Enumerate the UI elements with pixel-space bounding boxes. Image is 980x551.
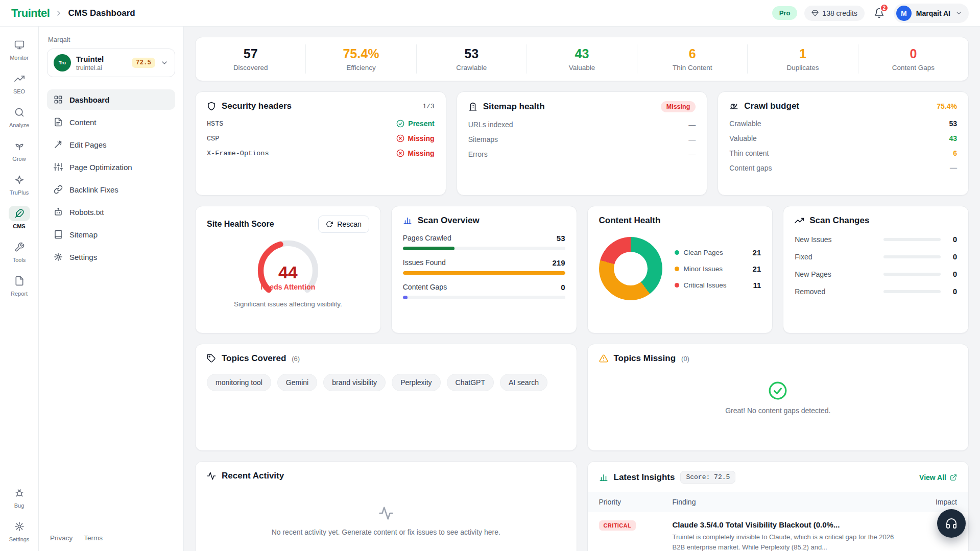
security-headers-card: Security headers 1/3 HSTS Present CSP bbox=[195, 91, 446, 196]
privacy-link[interactable]: Privacy bbox=[50, 534, 73, 542]
workspace-name: Truintel bbox=[76, 55, 127, 63]
bug-icon bbox=[9, 485, 30, 500]
building-icon bbox=[468, 102, 477, 111]
monitor-icon bbox=[9, 37, 30, 53]
rail-label: Report bbox=[11, 291, 28, 297]
stat-valuable: 43Valuable bbox=[527, 44, 637, 74]
rail-item-grow[interactable]: Grow bbox=[3, 135, 36, 165]
feather-icon bbox=[9, 206, 30, 221]
rail-item-cms[interactable]: CMS bbox=[3, 202, 36, 233]
progress-fill bbox=[403, 271, 565, 275]
change-row-fixed: Fixed0 bbox=[795, 252, 957, 261]
sidebar-item-settings[interactable]: Settings bbox=[47, 247, 175, 267]
chevron-down-icon bbox=[160, 59, 169, 67]
truintel-logo[interactable]: Truintel bbox=[11, 7, 50, 20]
stat-crawlable: 53Crawlable bbox=[417, 44, 527, 74]
top-bar: Truintel CMS Dashboard Pro 138 credits 2… bbox=[0, 0, 980, 27]
health-score-caption: Significant issues affecting visibility. bbox=[207, 300, 369, 308]
health-score-status: Needs Attention bbox=[243, 283, 333, 291]
topic-pill[interactable]: Perplexity bbox=[392, 374, 440, 391]
sidebar-item-sitemap[interactable]: Sitemap bbox=[47, 224, 175, 245]
sidebar-item-label: Dashboard bbox=[69, 95, 109, 104]
sidebar-item-backlink-fixes[interactable]: Backlink Fixes bbox=[47, 179, 175, 200]
legend-clean-pages: Clean Pages 21 bbox=[675, 248, 761, 257]
content-health-donut bbox=[599, 237, 662, 300]
topic-pill[interactable]: brand visibility bbox=[323, 374, 386, 391]
topics-missing-empty-state: Great! No content gaps detected. bbox=[599, 381, 958, 415]
sitemap-row: URLs indexed— bbox=[468, 121, 696, 129]
sidebar-item-robots-txt[interactable]: Robots.txt bbox=[47, 202, 175, 222]
rail-label: Analyze bbox=[9, 122, 29, 128]
sidebar-item-label: Settings bbox=[69, 253, 97, 261]
security-row: HSTS Present bbox=[207, 119, 435, 128]
x-circle-icon bbox=[396, 149, 404, 157]
sidebar-item-label: Backlink Fixes bbox=[69, 185, 118, 194]
terms-link[interactable]: Terms bbox=[84, 534, 103, 542]
stat-duplicates: 1Duplicates bbox=[748, 44, 858, 74]
card-title: Topics Covered bbox=[222, 353, 286, 364]
support-button[interactable] bbox=[937, 509, 966, 538]
topic-pill[interactable]: monitoring tool bbox=[207, 374, 271, 391]
rail-label: Grow bbox=[12, 156, 26, 162]
shield-icon bbox=[207, 102, 216, 111]
wrench-icon bbox=[9, 239, 30, 255]
insights-score-badge: Score: 72.5 bbox=[680, 471, 735, 484]
rail-item-report[interactable]: Report bbox=[3, 270, 36, 300]
rail-item-analyze[interactable]: Analyze bbox=[3, 101, 36, 132]
sidebar-item-label: Edit Pages bbox=[69, 140, 107, 149]
topic-pill[interactable]: Gemini bbox=[277, 374, 317, 391]
external-link-icon bbox=[950, 474, 957, 481]
header-name: X-Frame-Options bbox=[207, 150, 269, 157]
scan-changes-card: Scan Changes New Issues0 Fixed0 New Page… bbox=[783, 206, 969, 333]
activity-empty-state: No recent activity yet. Generate content… bbox=[207, 506, 565, 536]
sidebar-item-content[interactable]: Content bbox=[47, 112, 175, 132]
sitemap-row: Errors— bbox=[468, 150, 696, 158]
topic-pill[interactable]: ChatGPT bbox=[447, 374, 494, 391]
rail-item-truplus[interactable]: TruPlus bbox=[3, 169, 36, 199]
rail-item-settings[interactable]: Settings bbox=[3, 515, 36, 546]
link-icon bbox=[54, 185, 63, 194]
card-title: Latest Insights bbox=[614, 472, 675, 483]
notifications-button[interactable]: 2 bbox=[872, 6, 887, 20]
rail-label: SEO bbox=[13, 88, 25, 94]
progress-track bbox=[883, 273, 941, 276]
topic-pill[interactable]: AI search bbox=[500, 374, 547, 391]
user-menu[interactable]: M Marqait AI bbox=[894, 4, 969, 23]
rail-item-tools[interactable]: Tools bbox=[3, 236, 36, 267]
card-title: Security headers bbox=[222, 101, 292, 111]
grid-icon bbox=[54, 95, 63, 104]
insight-row[interactable]: CRITICAL Claude 3.5/4.0 Total Visibility… bbox=[588, 512, 969, 551]
credits-label: 138 credits bbox=[822, 9, 857, 17]
change-row-removed: Removed0 bbox=[795, 287, 957, 296]
sidebar-item-label: Content bbox=[69, 118, 97, 127]
workspace-score-badge: 72.5 bbox=[132, 58, 155, 68]
gear-icon bbox=[54, 252, 63, 261]
sidebar-item-page-optimization[interactable]: Page Optimization bbox=[47, 157, 175, 177]
stat-value: 43 bbox=[527, 46, 637, 61]
card-title: Site Health Score bbox=[207, 220, 274, 229]
workspace-selector[interactable]: Tru Truintel truintel.ai 72.5 bbox=[47, 49, 175, 77]
sprout-icon bbox=[9, 138, 30, 154]
progress-track bbox=[883, 238, 941, 241]
rescan-button[interactable]: Rescan bbox=[318, 215, 369, 233]
status-missing: Missing bbox=[396, 134, 435, 142]
activity-icon bbox=[207, 471, 216, 481]
rail-item-monitor[interactable]: Monitor bbox=[3, 34, 36, 64]
stat-label: Valuable bbox=[527, 64, 637, 71]
file-icon bbox=[9, 273, 30, 289]
rail-item-seo[interactable]: SEO bbox=[3, 67, 36, 98]
credits-pill[interactable]: 138 credits bbox=[804, 6, 864, 21]
sidebar-item-label: Page Optimization bbox=[69, 163, 132, 172]
view-all-link[interactable]: View All bbox=[919, 473, 957, 482]
stat-value: 1 bbox=[748, 46, 857, 61]
wand-icon bbox=[54, 140, 63, 149]
bar-chart-icon bbox=[403, 216, 412, 225]
check-circle-icon bbox=[768, 381, 787, 400]
avatar: M bbox=[896, 6, 912, 21]
sidebar-item-edit-pages[interactable]: Edit Pages bbox=[47, 134, 175, 155]
rail-item-bug[interactable]: Bug bbox=[3, 482, 36, 512]
crawl-row: Content gaps— bbox=[729, 164, 957, 172]
card-title: Crawl budget bbox=[744, 101, 799, 111]
sidebar-item-dashboard[interactable]: Dashboard bbox=[47, 89, 175, 110]
rail-label: Tools bbox=[13, 257, 26, 263]
